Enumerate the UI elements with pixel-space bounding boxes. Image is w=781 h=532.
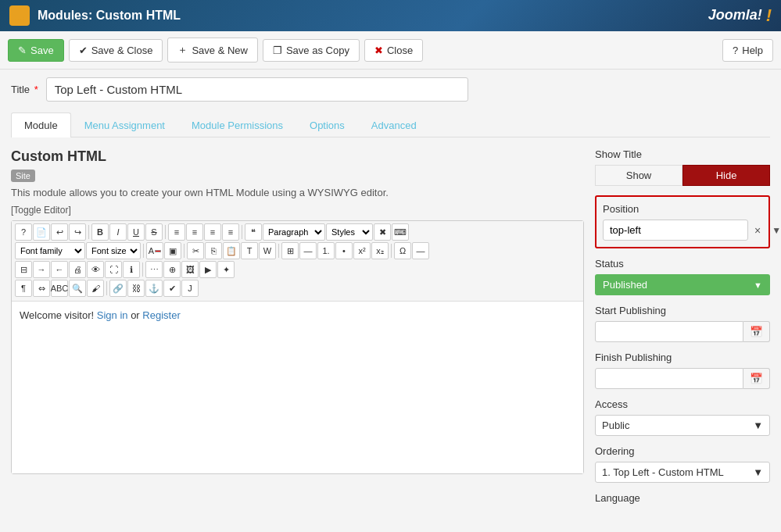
insert-btn[interactable]: ⊕ [163, 261, 181, 278]
underline-btn[interactable]: U [127, 223, 145, 241]
blockquote-btn[interactable]: ❝ [245, 223, 262, 241]
help-toolbar-btn[interactable]: ? [15, 223, 32, 241]
position-dropdown-btn[interactable]: ▼ [767, 222, 781, 239]
sign-in-link[interactable]: Sign in [97, 309, 128, 321]
show-blocks-btn[interactable]: ⊟ [15, 261, 32, 278]
anchor-btn[interactable]: ⚓ [145, 280, 163, 297]
finish-publishing-input[interactable] [595, 368, 743, 389]
bold-btn[interactable]: B [91, 223, 109, 241]
indent-btn[interactable]: → [33, 261, 50, 278]
align-right-btn[interactable]: ≡ [204, 223, 221, 241]
text-direction-btn[interactable]: ⇔ [33, 280, 50, 297]
show-button[interactable]: Show [595, 165, 682, 186]
undo-btn[interactable]: ↩ [51, 223, 68, 241]
more-btn[interactable]: ⋯ [145, 261, 163, 278]
source-btn[interactable]: ⌨ [392, 223, 409, 241]
close-button[interactable]: ✖ Close [364, 39, 423, 62]
cut-btn[interactable]: ✂ [187, 242, 204, 259]
hide-button[interactable]: Hide [682, 165, 770, 186]
save-copy-button[interactable]: ❐ Save as Copy [263, 39, 360, 62]
font-color-btn[interactable]: A [146, 242, 163, 259]
highlight-btn[interactable]: ▣ [164, 242, 181, 259]
styles-select[interactable]: Styles [326, 223, 373, 241]
dash-btn[interactable]: — [412, 242, 429, 259]
save-close-button[interactable]: ✔ Save & Close [69, 39, 163, 62]
paste-text-btn[interactable]: T [241, 242, 258, 259]
link-btn[interactable]: 🔗 [109, 280, 127, 297]
copy-btn2[interactable]: ⎘ [205, 242, 222, 259]
paste-word-btn[interactable]: W [259, 242, 276, 259]
tab-module-permissions[interactable]: Module Permissions [178, 112, 296, 137]
list-ul-btn[interactable]: • [335, 242, 353, 259]
hr-btn[interactable]: — [299, 242, 317, 259]
new-doc-btn[interactable]: 📄 [33, 223, 50, 241]
save-button[interactable]: ✎ Save [8, 39, 64, 62]
sep8 [142, 262, 143, 277]
ordering-arrow-icon: ▼ [753, 466, 763, 478]
image-btn[interactable]: 🖼 [181, 261, 199, 278]
save-new-button[interactable]: ＋ Save & New [167, 37, 258, 62]
unlink-btn[interactable]: ⛓ [127, 280, 145, 297]
title-input[interactable] [46, 77, 468, 102]
strikethrough-btn[interactable]: S [145, 223, 163, 241]
tab-options[interactable]: Options [296, 112, 358, 137]
preview-btn[interactable]: 👁 [87, 261, 104, 278]
joomla-article-btn[interactable]: J [181, 280, 199, 297]
paste-btn[interactable]: 📋 [223, 242, 240, 259]
status-arrow-icon: ▼ [754, 280, 762, 290]
start-publishing-cal-btn[interactable]: 📅 [743, 321, 770, 342]
italic-btn[interactable]: I [109, 223, 127, 241]
save-icon: ✎ [18, 45, 27, 56]
start-publishing-input[interactable] [595, 321, 743, 342]
page-header-title: Modules: Custom HTML [38, 9, 181, 23]
format-painter-btn[interactable]: 🖌 [87, 280, 104, 297]
position-clear-btn[interactable]: × [750, 221, 765, 240]
list-ol-btn[interactable]: 1. [317, 242, 335, 259]
show-invisible-btn[interactable]: ¶ [15, 280, 32, 297]
media-btn[interactable]: ▶ [199, 261, 217, 278]
finish-publishing-wrapper: Finish Publishing 📅 [595, 352, 770, 389]
subscript-btn[interactable]: x₂ [371, 242, 389, 259]
align-justify-btn[interactable]: ≡ [222, 223, 239, 241]
status-select[interactable]: Published ▼ [595, 274, 770, 295]
finish-publishing-label: Finish Publishing [595, 352, 770, 363]
table-btn[interactable]: ⊞ [281, 242, 299, 259]
editor-content[interactable]: Welcome visitor! Sign in or Register [12, 302, 583, 473]
spellcheck2-btn[interactable]: ✔ [163, 280, 181, 297]
flash-btn[interactable]: ✦ [217, 261, 235, 278]
access-value: Public [602, 420, 629, 431]
tab-menu-assignment[interactable]: Menu Assignment [71, 112, 178, 137]
superscript-btn[interactable]: x² [353, 242, 371, 259]
find-replace-btn[interactable]: 🔍 [69, 280, 86, 297]
print-btn[interactable]: 🖨 [69, 261, 86, 278]
special-char-btn[interactable]: Ω [394, 242, 411, 259]
maximize-btn[interactable]: ⛶ [105, 261, 122, 278]
content-layout: Custom HTML Site This module allows you … [11, 148, 770, 509]
sep3 [242, 225, 242, 239]
help-button[interactable]: ? Help [722, 39, 773, 62]
position-input[interactable] [603, 220, 748, 241]
finish-publishing-cal-btn[interactable]: 📅 [743, 368, 770, 389]
font-family-select[interactable]: Font family [15, 242, 85, 259]
register-link[interactable]: Register [142, 309, 180, 321]
main-toolbar: ✎ Save ✔ Save & Close ＋ Save & New ❐ Sav… [0, 31, 781, 70]
toggle-editor-link[interactable]: [Toggle Editor] [11, 205, 584, 216]
spellcheck-btn[interactable]: ABC [51, 280, 68, 297]
clear-format-btn[interactable]: ✖ [374, 223, 391, 241]
outdent-btn[interactable]: ← [51, 261, 68, 278]
align-left-btn[interactable]: ≡ [168, 223, 185, 241]
redo-btn[interactable]: ↪ [69, 223, 86, 241]
module-description: This module allows you to create your ow… [11, 187, 584, 198]
paragraph-select[interactable]: Paragraph [263, 223, 325, 241]
tab-module[interactable]: Module [11, 112, 71, 137]
sidebar-section: Show Title Show Hide Position × ▼ Status… [595, 148, 770, 509]
title-row: Title * [11, 77, 770, 102]
start-publishing-wrapper: Start Publishing 📅 [595, 305, 770, 342]
font-size-select[interactable]: Font size [86, 242, 141, 259]
align-center-btn[interactable]: ≡ [186, 223, 203, 241]
tab-advanced[interactable]: Advanced [358, 112, 430, 137]
joomla-brand: Joomla! ! [708, 5, 772, 26]
access-select[interactable]: Public ▼ [595, 415, 770, 436]
ordering-select[interactable]: 1. Top Left - Custom HTML ▼ [595, 462, 770, 483]
about-btn[interactable]: ℹ [123, 261, 140, 278]
